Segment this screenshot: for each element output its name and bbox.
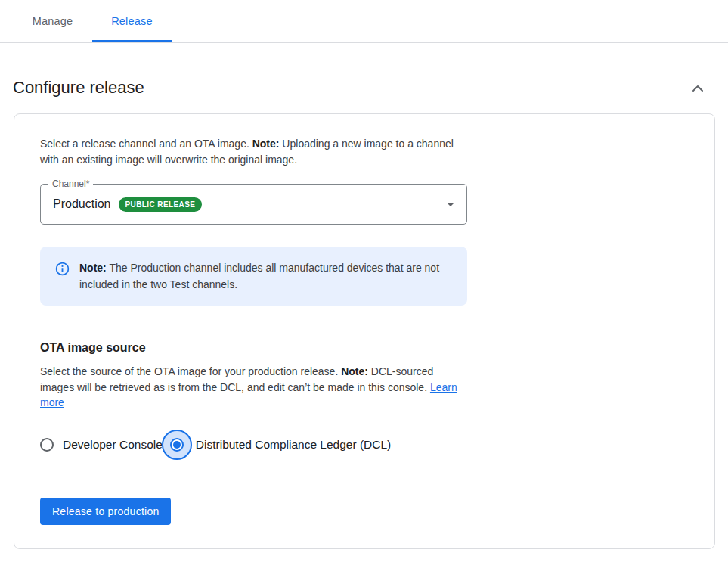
page-header: Configure release: [0, 43, 728, 98]
ota-source-radio-group: Developer Console Distributed Compliance…: [40, 428, 689, 461]
release-to-production-button[interactable]: Release to production: [40, 498, 171, 525]
note-text: Note: The Production channel includes al…: [79, 259, 449, 293]
ota-source-description: Select the source of the OTA image for y…: [40, 364, 468, 411]
channel-select-value: Production: [53, 197, 111, 211]
radio-selected-icon: [162, 430, 192, 460]
tab-bar: Manage Release: [0, 0, 728, 43]
intro-note-bold: Note:: [252, 138, 280, 150]
radio-label: Distributed Compliance Ledger (DCL): [196, 438, 391, 452]
page-title: Configure release: [13, 78, 144, 98]
note-box: Note: The Production channel includes al…: [40, 247, 467, 306]
chevron-up-icon: [689, 79, 707, 98]
channel-select[interactable]: Channel* Production PUBLIC RELEASE: [40, 184, 467, 225]
collapse-section-button[interactable]: [689, 79, 707, 98]
tab-manage[interactable]: Manage: [13, 0, 92, 42]
ota-desc-bold: Note:: [341, 365, 368, 377]
channel-select-label: Channel*: [48, 179, 93, 189]
ota-source-heading: OTA image source: [40, 340, 689, 356]
public-release-badge: PUBLIC RELEASE: [119, 197, 203, 212]
tab-release[interactable]: Release: [92, 0, 172, 42]
info-icon: [55, 262, 70, 276]
note-bold: Note:: [79, 262, 107, 274]
note-body: The Production channel includes all manu…: [79, 262, 439, 290]
configure-release-card: Select a release channel and an OTA imag…: [14, 113, 715, 549]
intro-text-before: Select a release channel and an OTA imag…: [40, 138, 252, 150]
radio-label: Developer Console: [63, 438, 163, 452]
radio-unselected-icon: [40, 438, 54, 452]
intro-text: Select a release channel and an OTA imag…: [40, 136, 465, 167]
dropdown-arrow-icon: [447, 203, 454, 206]
ota-desc-before: Select the source of the OTA image for y…: [40, 365, 341, 377]
radio-option-developer-console[interactable]: Developer Console: [40, 438, 163, 452]
radio-option-dcl[interactable]: Distributed Compliance Ledger (DCL): [163, 430, 391, 460]
